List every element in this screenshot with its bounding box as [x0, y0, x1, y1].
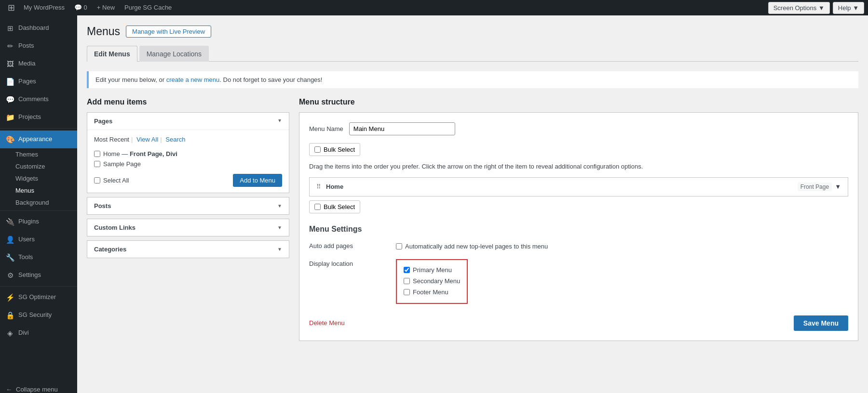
- tools-icon: 🔧: [6, 252, 14, 262]
- filter-view-all[interactable]: View All: [129, 136, 158, 143]
- bulk-select-button[interactable]: Bulk Select: [309, 143, 360, 156]
- posts-accordion-header[interactable]: Posts ▼: [87, 197, 289, 214]
- primary-menu-label[interactable]: Primary Menu: [413, 266, 452, 274]
- bulk-select-bottom-checkbox[interactable]: [314, 204, 321, 210]
- posts-accordion-arrow-icon: ▼: [277, 203, 282, 209]
- sidebar-item-appearance[interactable]: 🎨 Appearance: [0, 131, 77, 148]
- footer-menu-checkbox[interactable]: [404, 289, 410, 295]
- add-menu-items-title: Add menu items: [87, 98, 289, 106]
- list-item: Primary Menu: [404, 265, 460, 275]
- sidebar-item-label: Projects: [18, 113, 41, 121]
- pages-accordion-header[interactable]: Pages ▲: [87, 113, 289, 130]
- auto-add-checkbox[interactable]: [396, 243, 402, 249]
- custom-links-accordion-header[interactable]: Custom Links ▼: [87, 219, 289, 236]
- sidebar-item-tools[interactable]: 🔧 Tools: [0, 249, 77, 266]
- auto-add-row: Auto add pages Automatically add new top…: [309, 241, 848, 252]
- sidebar-subitem-background[interactable]: Background: [0, 196, 77, 209]
- tab-bar: Edit Menus Manage Locations: [87, 46, 858, 62]
- posts-accordion-label: Posts: [94, 202, 111, 210]
- dashboard-icon: ⊞: [6, 23, 14, 33]
- add-to-menu-button[interactable]: Add to Menu: [233, 174, 282, 187]
- page-sample-label[interactable]: Sample Page: [103, 160, 141, 168]
- drag-handle-icon[interactable]: ⠿: [316, 183, 321, 190]
- wp-wrap: ⊞ Dashboard ✏ Posts 🖼 Media 📄 Pages 💬 Co…: [0, 0, 868, 393]
- purge-cache-button[interactable]: Purge SG Cache: [120, 0, 176, 15]
- screen-options-button[interactable]: Screen Options ▼: [768, 2, 830, 14]
- settings-icon: ⚙: [6, 270, 14, 280]
- delete-menu-link[interactable]: Delete Menu: [309, 319, 345, 327]
- bulk-select-bottom-button[interactable]: Bulk Select: [309, 200, 360, 213]
- secondary-menu-label[interactable]: Secondary Menu: [413, 277, 460, 285]
- comments-link[interactable]: 💬 0: [69, 0, 92, 15]
- sidebar-item-pages[interactable]: 📄 Pages: [0, 73, 77, 91]
- menu-settings-title: Menu Settings: [309, 225, 848, 234]
- sidebar-subitem-customize[interactable]: Customize: [0, 160, 77, 172]
- save-menu-button[interactable]: Save Menu: [794, 315, 848, 331]
- notice-text2: . Do not forget to save your changes!: [219, 76, 322, 83]
- sidebar-subitem-menus[interactable]: Menus: [0, 184, 77, 196]
- site-name[interactable]: My WordPress: [19, 0, 69, 15]
- filter-search[interactable]: Search: [158, 136, 185, 143]
- sidebar-item-label: Tools: [18, 253, 33, 262]
- admin-bar: ⊞ My WordPress 💬 0 + New Purge SG Cache …: [0, 0, 868, 15]
- tab-edit-menus[interactable]: Edit Menus: [87, 46, 137, 62]
- create-menu-link[interactable]: create a new menu: [166, 76, 220, 83]
- auto-add-checkbox-label[interactable]: Automatically add new top-level pages to…: [405, 243, 548, 250]
- sidebar-item-sg-security[interactable]: 🔒 SG Security: [0, 306, 77, 324]
- list-item: Secondary Menu: [404, 276, 460, 286]
- new-content-button[interactable]: + New: [92, 0, 120, 15]
- custom-links-accordion: Custom Links ▼: [87, 219, 289, 236]
- sidebar-item-dashboard[interactable]: ⊞ Dashboard: [0, 19, 77, 37]
- menus-layout: Add menu items Pages ▲ Most Recent View …: [87, 98, 858, 341]
- collapse-icon: ←: [6, 386, 12, 393]
- add-menu-items-panel: Add menu items Pages ▲ Most Recent View …: [87, 98, 289, 262]
- pages-checkbox-list: Home — Front Page, Divi Sample Page: [94, 149, 282, 169]
- categories-accordion-label: Categories: [94, 246, 126, 253]
- page-home-label[interactable]: Home — Front Page, Divi: [103, 150, 177, 157]
- sidebar-item-sg-optimizer[interactable]: ⚡ SG Optimizer: [0, 288, 77, 306]
- sidebar-item-media[interactable]: 🖼 Media: [0, 55, 77, 73]
- users-icon: 👤: [6, 235, 14, 245]
- sidebar-item-label: SG Optimizer: [18, 293, 56, 301]
- menu-structure-title: Menu structure: [299, 98, 858, 106]
- sidebar-item-comments[interactable]: 💬 Comments: [0, 91, 77, 108]
- sidebar-item-posts[interactable]: ✏ Posts: [0, 37, 77, 55]
- wp-logo-icon[interactable]: ⊞: [4, 0, 19, 15]
- auto-add-checkbox-row: Automatically add new top-level pages to…: [396, 241, 848, 251]
- primary-menu-checkbox[interactable]: [404, 267, 410, 273]
- bulk-select-label: Bulk Select: [324, 146, 355, 153]
- help-button[interactable]: Help ▼: [833, 2, 864, 14]
- pages-icon: 📄: [6, 77, 14, 87]
- expand-arrow-icon[interactable]: ▼: [835, 183, 841, 190]
- select-all-label[interactable]: Select All: [103, 177, 129, 184]
- live-preview-button[interactable]: Manage with Live Preview: [126, 26, 211, 38]
- sidebar-item-label: Media: [18, 59, 35, 68]
- sidebar-item-label: Dashboard: [18, 24, 49, 32]
- pages-accordion-content: Most Recent View All Search Home — Front…: [87, 130, 289, 193]
- bulk-select-checkbox[interactable]: [314, 146, 321, 153]
- filter-most-recent[interactable]: Most Recent: [94, 136, 129, 143]
- auto-add-field: Automatically add new top-level pages to…: [396, 241, 848, 252]
- auto-add-label: Auto add pages: [309, 241, 386, 249]
- page-sample-checkbox[interactable]: [94, 161, 100, 167]
- select-all-checkbox[interactable]: [94, 177, 100, 183]
- sidebar-item-users[interactable]: 👤 Users: [0, 231, 77, 249]
- menu-name-input[interactable]: [349, 122, 455, 135]
- categories-accordion-header[interactable]: Categories ▼: [87, 241, 289, 258]
- sidebar-item-plugins[interactable]: 🔌 Plugins: [0, 213, 77, 231]
- page-home-checkbox[interactable]: [94, 151, 100, 157]
- sidebar-subitem-themes[interactable]: Themes: [0, 148, 77, 160]
- categories-accordion-arrow-icon: ▼: [277, 247, 282, 252]
- custom-links-accordion-arrow-icon: ▼: [277, 225, 282, 230]
- sidebar-subitem-widgets[interactable]: Widgets: [0, 172, 77, 184]
- tab-manage-locations[interactable]: Manage Locations: [139, 46, 209, 62]
- sidebar-item-projects[interactable]: 📁 Projects: [0, 108, 77, 126]
- secondary-menu-checkbox[interactable]: [404, 278, 410, 284]
- collapse-label: Collapse menu: [16, 386, 58, 393]
- collapse-menu-button[interactable]: ← Collapse menu: [0, 382, 77, 393]
- list-item: Sample Page: [94, 159, 282, 169]
- sidebar-item-settings[interactable]: ⚙ Settings: [0, 266, 77, 284]
- display-location-label: Display location: [309, 259, 386, 267]
- footer-menu-label[interactable]: Footer Menu: [413, 288, 448, 296]
- sidebar-item-divi[interactable]: ◈ Divi: [0, 324, 77, 342]
